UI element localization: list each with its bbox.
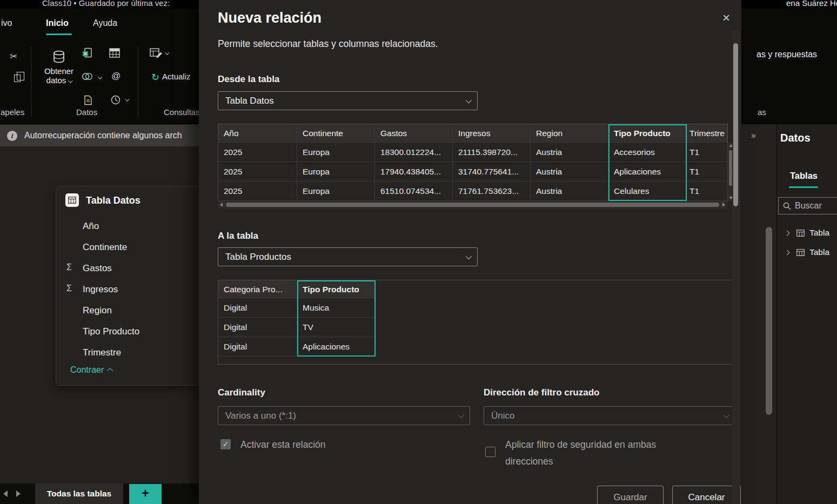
- get-data-button[interactable]: Obtener datos: [42, 50, 76, 85]
- scroll-right-icon[interactable]: [722, 203, 725, 207]
- group-queries-label: Consultas: [164, 107, 200, 117]
- cut-icon[interactable]: ✂: [10, 51, 17, 62]
- table-cell[interactable]: TV: [297, 318, 375, 337]
- dialog-subtitle: Permite seleccionar tablas y columnas re…: [218, 38, 438, 50]
- table-cell[interactable]: 2025: [218, 182, 297, 201]
- search-input[interactable]: [795, 201, 833, 211]
- dataverse-icon[interactable]: [82, 72, 93, 83]
- q-and-a-label[interactable]: as y respuestas: [756, 50, 817, 59]
- table-cell[interactable]: 71761.753623...: [453, 182, 531, 201]
- save-button[interactable]: Guardar: [597, 486, 664, 504]
- field-item[interactable]: Continente: [83, 242, 127, 253]
- table-cell[interactable]: Celulares: [608, 182, 686, 201]
- add-sheet-button[interactable]: +: [129, 484, 162, 504]
- tab-tablas[interactable]: Tablas: [790, 171, 818, 181]
- refresh-icon[interactable]: ↻: [151, 71, 159, 83]
- sigma-icon: Σ: [66, 263, 72, 272]
- table-cell[interactable]: Austria: [531, 182, 608, 201]
- chevron-down-icon: [466, 97, 472, 103]
- chevron-right-icon[interactable]: [785, 250, 790, 256]
- field-item[interactable]: Trimestre: [83, 347, 121, 358]
- prev-sheet-icon[interactable]: [3, 490, 8, 497]
- activate-relationship-checkbox[interactable]: ✓: [220, 439, 231, 449]
- column-header[interactable]: Continente: [297, 124, 375, 143]
- table-cell[interactable]: T1: [686, 162, 727, 182]
- table-cell[interactable]: 17940.438405...: [375, 162, 453, 182]
- from-table-horizontal-scrollbar[interactable]: [218, 201, 727, 209]
- recent-icon[interactable]: [111, 95, 120, 107]
- table-cell[interactable]: Austria: [531, 143, 608, 162]
- chevron-down-icon[interactable]: [125, 97, 129, 101]
- table-cell[interactable]: Digital: [218, 337, 297, 357]
- table-cell[interactable]: Europa: [297, 162, 375, 182]
- table-cell[interactable]: 21115.398720...: [453, 143, 531, 162]
- dataverse-at-icon[interactable]: @: [111, 71, 120, 82]
- table-cell[interactable]: 2025: [218, 162, 297, 182]
- cardinality-dropdown[interactable]: Varios a uno (*:1): [218, 406, 470, 425]
- field-item[interactable]: Gastos: [83, 263, 112, 274]
- table-cell[interactable]: 61510.074534...: [375, 182, 453, 201]
- enter-data-icon[interactable]: [109, 48, 120, 60]
- table-cell[interactable]: 31740.775641...: [453, 162, 531, 182]
- power-bi-window: Class10 • Guardado por última vez: ena S…: [0, 0, 837, 504]
- table-cell[interactable]: Europa: [297, 182, 375, 201]
- chevron-down-icon[interactable]: [165, 50, 169, 55]
- cross-filter-dropdown[interactable]: Único: [484, 406, 735, 425]
- refresh-label[interactable]: Actualiz: [162, 72, 191, 81]
- sheet-tab[interactable]: Todas las tablas: [35, 483, 123, 504]
- copy-icon[interactable]: [14, 75, 21, 82]
- table-cell[interactable]: Aplicaciones: [608, 162, 686, 182]
- table-tree-item[interactable]: Tabla: [777, 225, 837, 241]
- table-cell[interactable]: 18300.012224...: [375, 143, 453, 162]
- close-icon[interactable]: ×: [719, 11, 734, 26]
- scrollbar-thumb[interactable]: [226, 203, 719, 207]
- tab-inicio[interactable]: Inicio: [46, 18, 69, 28]
- excel-workbook-icon[interactable]: [82, 48, 92, 60]
- collapse-pane-icon[interactable]: »: [751, 131, 756, 140]
- table-cell[interactable]: Accesorios: [608, 143, 686, 162]
- tab-archivo[interactable]: ivo: [1, 18, 12, 28]
- column-header[interactable]: Trimestre: [686, 124, 727, 143]
- from-table-preview: Año Continente Gastos Ingresos Region Ti…: [218, 124, 728, 201]
- canvas-scrollbar[interactable]: [766, 227, 772, 415]
- dialog-scrollbar[interactable]: [732, 31, 740, 504]
- table-cell[interactable]: Musica: [297, 298, 375, 318]
- recent-sources-icon[interactable]: [84, 95, 92, 107]
- table-cell[interactable]: Austria: [531, 162, 608, 182]
- security-filter-checkbox[interactable]: [485, 447, 495, 457]
- to-table-value: Tabla Productos: [225, 252, 291, 263]
- field-item[interactable]: Region: [83, 305, 112, 316]
- get-data-label-1: Obtener: [42, 66, 76, 76]
- chevron-down-icon[interactable]: [98, 75, 102, 79]
- table-cell[interactable]: Europa: [297, 143, 375, 162]
- table-cell[interactable]: Digital: [218, 318, 297, 337]
- to-table-dropdown[interactable]: Tabla Productos: [218, 247, 478, 266]
- scrollbar-thumb[interactable]: [733, 43, 738, 206]
- autorecovery-notification[interactable]: i Autorrecuperación contiene algunos arc…: [0, 125, 199, 146]
- chevron-right-icon[interactable]: [785, 231, 790, 236]
- table-cell[interactable]: Aplicaciones: [297, 337, 375, 357]
- field-item[interactable]: Año: [83, 221, 99, 232]
- column-header-selected[interactable]: Tipo Producto: [297, 280, 375, 298]
- canvas-strip: »: [741, 123, 776, 504]
- column-header-selected[interactable]: Tipo Producto: [608, 124, 686, 143]
- table-cell[interactable]: 2025: [218, 143, 297, 162]
- column-header[interactable]: Año: [218, 124, 297, 143]
- column-header[interactable]: Categoria Pro...: [218, 280, 297, 298]
- from-table-dropdown[interactable]: Tabla Datos: [218, 91, 478, 110]
- table-tree-item[interactable]: Tabla: [777, 245, 837, 261]
- transform-data-icon[interactable]: [150, 48, 163, 61]
- field-item[interactable]: Tipo Producto: [83, 326, 139, 337]
- field-item[interactable]: Ingresos: [83, 284, 118, 295]
- scroll-left-icon[interactable]: [220, 203, 223, 207]
- collapse-link[interactable]: Contraer: [70, 365, 113, 375]
- column-header[interactable]: Gastos: [375, 124, 453, 143]
- next-sheet-icon[interactable]: [16, 490, 21, 497]
- table-cell[interactable]: Digital: [218, 298, 297, 318]
- cancel-button[interactable]: Cancelar: [672, 486, 741, 504]
- column-header[interactable]: Ingresos: [453, 124, 531, 143]
- table-cell[interactable]: T1: [686, 143, 727, 162]
- table-cell[interactable]: T1: [686, 182, 727, 201]
- tab-ayuda[interactable]: Ayuda: [93, 18, 117, 28]
- column-header[interactable]: Region: [531, 124, 608, 143]
